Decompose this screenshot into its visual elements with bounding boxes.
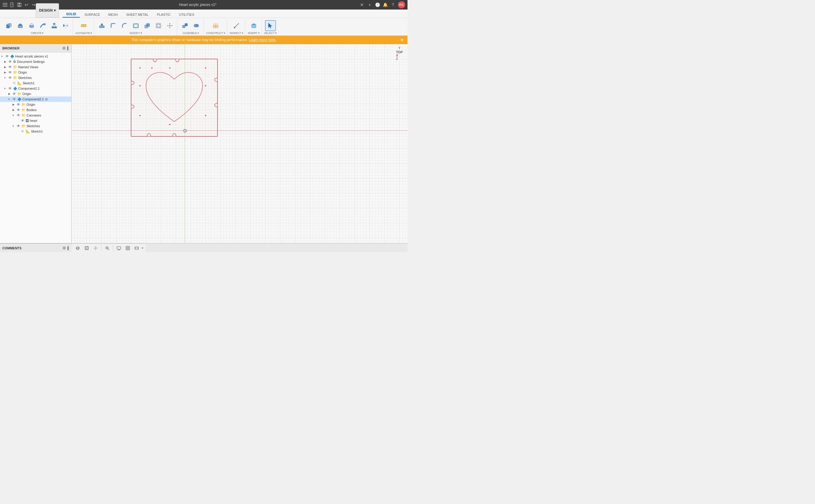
vis-icon[interactable]: 👁: [5, 54, 10, 58]
close-icon[interactable]: ✕: [359, 2, 365, 7]
vis-icon[interactable]: 👁: [8, 86, 13, 91]
vis-icon[interactable]: 👁: [8, 76, 13, 80]
expand-icon[interactable]: ▶: [13, 103, 17, 106]
design-button[interactable]: DESIGN ▾: [36, 3, 59, 18]
extrude-btn[interactable]: [15, 20, 26, 31]
tab-sheet-metal[interactable]: SHEET METAL: [122, 12, 152, 18]
tab-plastic[interactable]: PLASTIC: [153, 12, 174, 18]
insert-btn[interactable]: [248, 20, 259, 31]
vis-icon[interactable]: 👁: [8, 70, 13, 74]
move-btn[interactable]: [164, 20, 175, 31]
chamfer-btn[interactable]: [119, 20, 130, 31]
expand-icon[interactable]: ▾: [13, 125, 17, 127]
more-options[interactable]: ▾: [142, 246, 143, 250]
browser-collapse-icon[interactable]: ‖: [67, 46, 69, 50]
expand-icon[interactable]: ▶: [8, 92, 13, 95]
display-settings-btn[interactable]: [115, 245, 123, 252]
modify-label[interactable]: MODIFY ▾: [130, 32, 142, 35]
combine-btn[interactable]: [142, 20, 153, 31]
browser-item-origin[interactable]: ▶ 👁 📁 Origin: [0, 70, 71, 75]
scale-btn[interactable]: [153, 20, 164, 31]
browser-item-origin2[interactable]: ▶ 👁 📁 Origin: [0, 91, 71, 97]
mirror-btn[interactable]: [60, 20, 71, 31]
bell-icon[interactable]: 🔔: [382, 2, 388, 7]
clock-icon[interactable]: 🕐: [375, 2, 380, 7]
browser-item-component21[interactable]: ▾ 👁 🔷 Component2:1 ⊙: [0, 97, 71, 102]
expand-icon[interactable]: ▶: [4, 60, 8, 63]
vis-icon[interactable]: 👁: [21, 119, 26, 123]
file-icon[interactable]: [10, 2, 15, 7]
comments-collapse-icon[interactable]: ‖: [67, 246, 69, 250]
browser-item-sketch1-bottom[interactable]: 👁 📐 Sketch1: [0, 129, 71, 134]
inspect-label[interactable]: INSPECT ▾: [230, 32, 243, 35]
fillet-btn[interactable]: [108, 20, 119, 31]
loft-btn[interactable]: [49, 20, 60, 31]
create-label[interactable]: CREATE ▾: [31, 32, 44, 35]
vis-icon[interactable]: 👁: [17, 124, 21, 128]
pan-btn[interactable]: [92, 245, 99, 252]
tab-solid[interactable]: SOLID: [63, 11, 80, 18]
insert-label[interactable]: INSERT ▾: [248, 32, 260, 35]
revolve-btn[interactable]: [26, 20, 37, 31]
expand-icon[interactable]: ▶: [13, 108, 17, 111]
vis-icon[interactable]: 👁: [8, 65, 13, 69]
automate-label[interactable]: AUTOMATE ▾: [75, 32, 92, 35]
automate-btn[interactable]: [76, 20, 91, 31]
help-icon[interactable]: ?: [390, 2, 396, 7]
browser-item-bodies[interactable]: ▶ 👁 📁 Bodies: [0, 107, 71, 113]
browser-item-sketches2[interactable]: ▾ 👁 📁 Sketches: [0, 123, 71, 129]
browser-item-heart[interactable]: 👁 🖼 heart: [0, 118, 71, 123]
viewport[interactable]: Y TOP X Z: [71, 44, 407, 243]
notification-close-button[interactable]: ✕: [400, 37, 404, 43]
expand-icon[interactable]: ▾: [4, 76, 8, 79]
shell-btn[interactable]: [130, 20, 141, 31]
fit-btn[interactable]: [83, 245, 91, 252]
vis-icon[interactable]: 👁: [17, 102, 21, 107]
vis-icon[interactable]: 👁: [13, 81, 17, 85]
browser-item-sketch1-top[interactable]: 👁 📐 Sketch1: [0, 80, 71, 86]
visibility-btn[interactable]: [133, 245, 141, 252]
assemble-btn1[interactable]: [180, 20, 190, 31]
browser-item-root[interactable]: ▾ 👁 🔷 Heart acrylic pieces v1: [0, 54, 71, 59]
notification-link[interactable]: Learn more here.: [249, 38, 276, 42]
browser-item-doc-settings[interactable]: ▶ 👁 ⚙ Document Settings: [0, 59, 71, 64]
expand-icon[interactable]: ▾: [13, 114, 17, 117]
zoom-btn[interactable]: [103, 245, 111, 252]
construct-btn[interactable]: [210, 20, 221, 31]
measure-btn[interactable]: [231, 20, 242, 31]
orbit-btn[interactable]: [74, 245, 82, 252]
app-menu-icon[interactable]: [2, 2, 8, 7]
tab-mesh[interactable]: MESH: [105, 12, 122, 18]
expand-icon[interactable]: ▾: [8, 98, 13, 101]
save-icon[interactable]: [17, 2, 22, 7]
new-component-btn[interactable]: +: [4, 20, 14, 31]
browser-item-canvases[interactable]: ▾ 👁 📁 Canvases: [0, 113, 71, 118]
undo-icon[interactable]: ↩: [24, 2, 29, 7]
vis-icon[interactable]: 👁: [17, 113, 21, 117]
expand-icon[interactable]: ▶: [4, 71, 8, 74]
comments-pin-icon[interactable]: ⊙: [63, 246, 66, 250]
sweep-btn[interactable]: [38, 20, 48, 31]
expand-icon[interactable]: ▾: [1, 55, 5, 58]
tab-utilities[interactable]: UTILITIES: [175, 12, 198, 18]
assemble-label[interactable]: ASSEMBLE ▾: [182, 32, 199, 35]
plus-icon[interactable]: +: [367, 2, 372, 7]
vis-icon[interactable]: 👁: [17, 108, 21, 112]
expand-icon[interactable]: ▶: [4, 66, 8, 69]
user-avatar[interactable]: FC: [398, 1, 405, 8]
assemble-btn2[interactable]: [191, 20, 202, 31]
browser-pin-icon[interactable]: ⊙: [62, 46, 66, 50]
construct-label[interactable]: CONSTRUCT ▾: [206, 32, 225, 35]
browser-item-named-views[interactable]: ▶ 👁 📁 Named Views: [0, 64, 71, 70]
browser-item-origin3[interactable]: ▶ 👁 📁 Origin: [0, 102, 71, 107]
expand-icon[interactable]: ▾: [4, 87, 8, 90]
grid-btn[interactable]: [124, 245, 132, 252]
vis-icon[interactable]: 👁: [13, 97, 17, 101]
vis-icon[interactable]: 👁: [21, 129, 26, 133]
tab-surface[interactable]: SURFACE: [81, 12, 104, 18]
vis-icon[interactable]: 👁: [8, 60, 13, 64]
browser-item-component11[interactable]: ▾ 👁 🔷 Component1:1: [0, 86, 71, 91]
vis-icon[interactable]: 👁: [13, 92, 17, 96]
browser-item-sketches-top[interactable]: ▾ 👁 📁 Sketches: [0, 75, 71, 80]
select-label[interactable]: SELECT ▾: [264, 32, 277, 35]
